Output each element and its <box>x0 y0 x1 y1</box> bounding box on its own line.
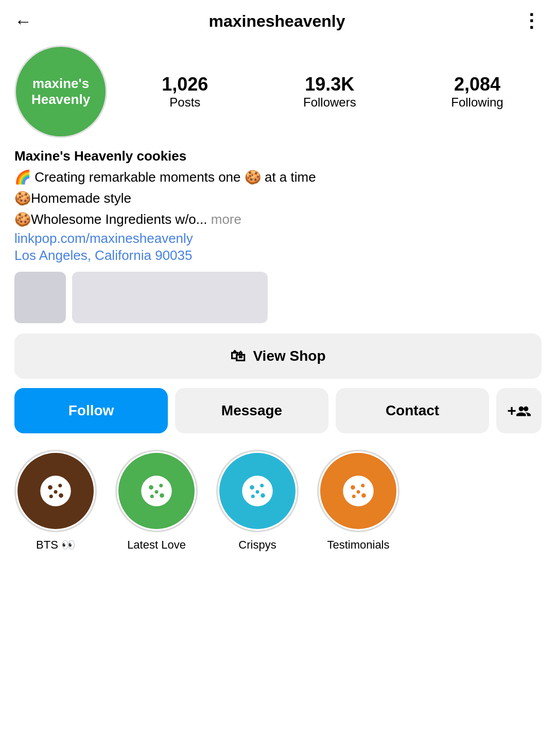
highlight-ring-crispys <box>216 450 299 532</box>
message-button[interactable]: Message <box>175 388 328 433</box>
svg-point-19 <box>351 485 355 490</box>
followers-stat[interactable]: 19.3K Followers <box>303 74 356 110</box>
highlight-label-crispys: Crispys <box>238 538 276 552</box>
svg-point-9 <box>160 493 164 498</box>
highlight-latest-love[interactable]: Latest Love <box>115 450 198 552</box>
follow-button[interactable]: Follow <box>14 388 168 433</box>
svg-point-15 <box>260 493 265 498</box>
bio-section: Maxine's Heavenly cookies 🌈 Creating rem… <box>14 148 542 263</box>
svg-point-20 <box>361 484 364 487</box>
following-label: Following <box>451 95 503 110</box>
highlight-ring-latest-love <box>115 450 198 532</box>
highlights-section: BTS 👀 Latest Love <box>0 450 556 552</box>
bio-line-1: 🌈 Creating remarkable moments one 🍪 at a… <box>14 167 542 187</box>
more-options-button[interactable]: ⋮ <box>522 10 542 32</box>
cookie-icon-crispys <box>239 473 275 509</box>
following-count: 2,084 <box>451 74 503 95</box>
svg-point-10 <box>150 495 154 498</box>
followers-label: Followers <box>303 95 356 110</box>
posts-count: 1,026 <box>162 74 208 95</box>
svg-point-22 <box>352 495 356 498</box>
profile-section: maxine's Heavenly 1,026 Posts 19.3K Foll… <box>0 40 556 433</box>
svg-point-14 <box>260 484 264 487</box>
svg-point-2 <box>58 484 62 487</box>
highlights-list: BTS 👀 Latest Love <box>14 450 542 552</box>
header: ← maxinesheavenly ⋮ <box>0 0 556 40</box>
highlight-inner-bts <box>18 453 94 529</box>
cookie-icon-bts <box>38 473 74 509</box>
stats-row: 1,026 Posts 19.3K Followers 2,084 Follow… <box>124 74 542 110</box>
bio-display-name: Maxine's Heavenly cookies <box>14 148 542 164</box>
svg-point-4 <box>49 495 53 498</box>
shop-icon: 🛍 <box>230 347 246 365</box>
bio-more-link[interactable]: more <box>207 212 241 227</box>
following-stat[interactable]: 2,084 Following <box>451 74 503 110</box>
svg-point-21 <box>361 493 366 498</box>
posts-stat[interactable]: 1,026 Posts <box>162 74 208 110</box>
highlight-label-testimonials: Testimonials <box>327 538 389 552</box>
action-buttons-row: Follow Message Contact + <box>14 388 542 433</box>
contact-button[interactable]: Contact <box>336 388 489 433</box>
back-button[interactable]: ← <box>14 12 32 30</box>
blur-box-2 <box>72 272 268 323</box>
person-icon <box>516 405 531 417</box>
blur-box-1 <box>14 272 66 323</box>
svg-point-1 <box>48 485 53 490</box>
highlight-testimonials[interactable]: Testimonials <box>317 450 399 552</box>
bio-line-2: 🍪Homemade style <box>14 188 542 208</box>
bio-website-link[interactable]: linkpop.com/maxinesheavenly <box>14 231 542 247</box>
avatar-wrapper[interactable]: maxine's Heavenly <box>14 45 107 138</box>
view-shop-button[interactable]: 🛍 View Shop <box>14 333 542 379</box>
svg-point-13 <box>250 485 254 490</box>
cookie-icon-latest-love <box>138 473 175 509</box>
highlight-ring-bts <box>14 450 97 532</box>
highlight-inner-crispys <box>219 453 296 529</box>
highlight-inner-testimonials <box>320 453 396 529</box>
highlight-inner-latest-love <box>118 453 195 529</box>
avatar-stats-row: maxine's Heavenly 1,026 Posts 19.3K Foll… <box>14 45 542 138</box>
highlight-ring-testimonials <box>317 450 399 532</box>
svg-point-5 <box>54 490 58 494</box>
highlight-crispys[interactable]: Crispys <box>216 450 299 552</box>
username-title: maxinesheavenly <box>208 12 345 31</box>
cookie-icon-testimonials <box>340 473 376 509</box>
followers-count: 19.3K <box>303 74 356 95</box>
posts-label: Posts <box>162 95 208 110</box>
bio-location: Los Angeles, California 90035 <box>14 248 542 263</box>
svg-point-7 <box>149 485 153 490</box>
svg-point-16 <box>251 495 255 498</box>
bio-line-3: 🍪Wholesome Ingredients w/o... more <box>14 209 542 230</box>
svg-point-8 <box>159 484 163 487</box>
svg-point-11 <box>155 490 159 494</box>
svg-point-17 <box>256 490 259 494</box>
view-shop-label: View Shop <box>253 348 325 364</box>
highlights-blur-placeholder <box>14 272 542 323</box>
svg-point-3 <box>59 493 63 498</box>
add-friend-button[interactable]: + <box>496 388 542 433</box>
highlight-bts[interactable]: BTS 👀 <box>14 450 97 552</box>
highlight-label-latest-love: Latest Love <box>127 538 186 552</box>
avatar: maxine's Heavenly <box>14 45 107 138</box>
highlight-label-bts: BTS 👀 <box>36 538 75 552</box>
svg-point-23 <box>357 490 360 494</box>
